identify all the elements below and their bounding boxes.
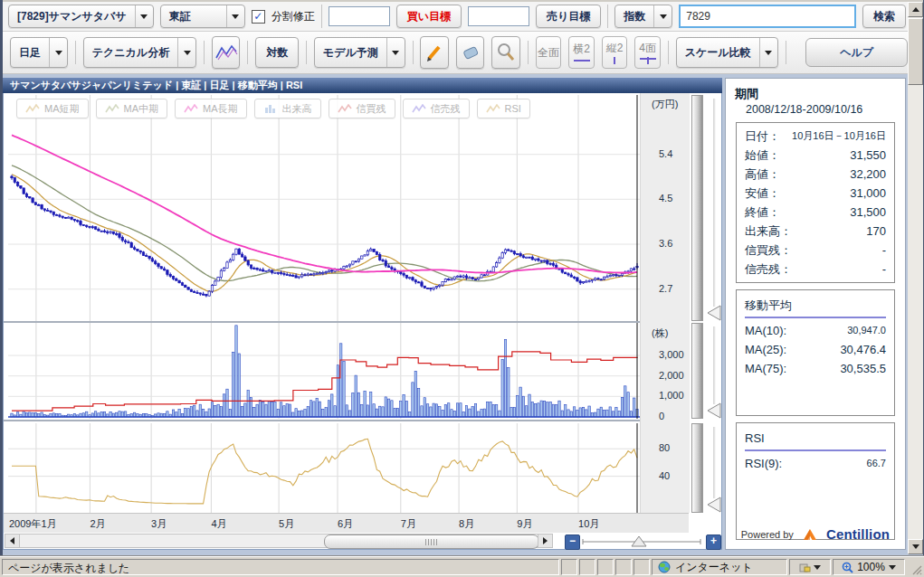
x-axis-month-label: 3月 [151,517,167,531]
pencil-icon [424,43,444,62]
toolbar-separator [668,41,669,64]
rsi-chart[interactable] [8,423,640,513]
pane-scroll-column[interactable] [691,323,703,419]
stock-selector-dropdown[interactable]: [7829]サマンサタバサ [8,5,154,28]
scroll-down-button[interactable] [908,539,923,554]
model-forecast-dropdown[interactable]: モデル予測 [314,37,405,68]
help-button[interactable]: ヘルプ [805,38,908,67]
legend-rsi[interactable]: RSI [477,99,530,118]
split-adjust-label: 分割修正 [271,9,315,24]
resize-grip-icon [910,563,922,575]
legend-margin-buy[interactable]: 信買残 [329,99,395,118]
eraser-button[interactable] [456,36,485,69]
volume-chart[interactable] [8,323,640,419]
x-axis-month-label: 9月 [517,517,532,531]
index-dropdown[interactable]: 指数 [614,5,672,28]
log-scale-button[interactable]: 対数 [255,37,299,68]
draw-pen-button[interactable] [420,36,449,69]
arrow-left-icon [10,537,14,544]
toolbar-separator [247,41,248,64]
axis-tick-label: 5.4 [659,148,672,159]
scale-compare-label: スケール比較 [677,38,759,67]
legend-margin-sell[interactable]: 信売残 [403,99,470,118]
chart-zoom-out-button[interactable]: − [565,534,580,550]
chart-zoom-in-button[interactable]: + [706,534,721,550]
view-full-button[interactable]: 全面 [536,36,562,69]
price-chart[interactable] [8,95,640,321]
info-label: 出来高： [745,222,792,241]
horizontal-split-icon [573,58,591,63]
symbol-search-input[interactable] [679,5,856,28]
dropdown-arrow-icon[interactable] [49,38,67,67]
legend-label: MA短期 [44,102,80,116]
zoom-tool-button[interactable] [491,36,520,69]
dropdown-arrow-icon[interactable] [653,5,672,27]
scrollbar-thumb[interactable] [908,18,923,85]
sell-target-button[interactable]: 売り目標 [536,5,601,28]
pane-scale-slider[interactable] [705,95,723,321]
toolbar-separator [528,41,529,64]
technical-analysis-dropdown[interactable]: テクニカル分析 [83,37,196,68]
window-vertical-scrollbar[interactable] [908,2,923,554]
sell-target-input[interactable] [468,6,529,26]
dropdown-arrow-icon[interactable] [386,38,405,67]
search-button[interactable]: 検索 [862,5,906,28]
legend-ma-mid[interactable]: MA中期 [96,99,168,118]
legend-ma-short[interactable]: MA短期 [16,99,89,118]
internet-globe-icon [658,561,671,573]
buy-target-button[interactable]: 買い目標 [396,5,462,28]
dropdown-arrow-icon[interactable] [177,38,195,67]
pane-scale-slider[interactable] [705,423,723,513]
info-row: 信売残：- [745,260,886,279]
scale-compare-dropdown[interactable]: スケール比較 [676,37,778,68]
legend-volume[interactable]: 出来高 [254,99,321,118]
browser-zoom-pane[interactable]: 100% [833,559,905,575]
resize-grip[interactable] [907,559,922,575]
view-split-horizontal-button[interactable]: 横2 [568,36,595,69]
dropdown-arrow-icon[interactable] [135,5,153,27]
axis-tick-label: 4.5 [659,193,672,203]
info-label: 日付： [745,127,780,146]
info-value: 10月16日－10月16日 [792,127,886,146]
pane-scroll-column[interactable] [691,95,703,321]
split-adjust-checkbox[interactable]: ✓ [252,10,265,24]
info-label: RSI(9): [745,454,782,473]
legend-ma-long[interactable]: MA長期 [175,99,247,118]
status-pane [615,559,632,575]
protected-mode-pane[interactable] [789,559,831,575]
info-value: 32,200 [850,165,886,184]
status-pane [633,559,650,575]
pane-scale-slider[interactable] [705,323,723,419]
centillion-logo-icon [802,528,818,541]
view-quad-button[interactable]: 4面 [634,36,661,69]
pane-divider[interactable] [4,420,689,421]
chart-horizontal-scrollbar[interactable] [5,534,553,548]
chart-zoom-slider[interactable] [581,534,702,553]
buy-target-input[interactable] [329,6,390,26]
pane-scroll-column[interactable] [691,423,703,513]
chart-app-window: [7829]サマンサタバサ 東証 ✓ 分割修正 買い目標 売り目標 指数 検索 … [0,0,924,577]
dropdown-arrow-icon[interactable] [889,565,896,570]
dropdown-arrow-icon[interactable] [759,38,777,67]
info-value: 66.7 [867,454,886,473]
dropdown-arrow-icon[interactable] [814,565,821,570]
info-row: 高値：32,200 [745,165,886,184]
scrollbar-thumb[interactable] [324,534,539,549]
info-label: MA(25): [745,340,786,359]
view-split-vertical-button[interactable]: 縦2 [602,36,628,69]
info-row: 日付：10月16日－10月16日 [745,127,886,146]
powered-by-label: Powered by [741,529,794,540]
toolbar-separator [204,41,205,64]
x-axis-month-label: 2009年1月 [9,517,57,531]
info-value: - [882,241,886,260]
model-forecast-label: モデル予測 [315,38,386,67]
info-row: MA(10):30,947.0 [745,321,886,340]
scroll-right-button[interactable] [538,534,552,547]
dropdown-arrow-icon[interactable] [226,5,244,27]
line-chart-tool-button[interactable] [212,36,241,69]
market-selector-dropdown[interactable]: 東証 [160,5,245,28]
info-label: MA(10): [745,321,786,340]
timeframe-dropdown[interactable]: 日足 [10,37,68,68]
scroll-up-button[interactable] [908,2,923,17]
scroll-left-button[interactable] [5,534,20,547]
